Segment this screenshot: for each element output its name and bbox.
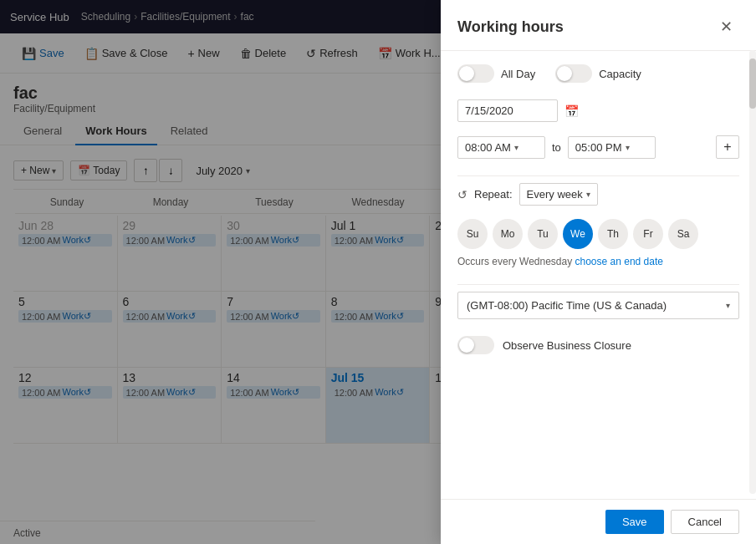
time-row: 08:00 AM ▾ to 05:00 PM ▾ + [457,135,739,159]
timezone-text: (GMT-08:00) Pacific Time (US & Canada) [467,299,667,312]
all-day-knob [459,66,474,81]
repeat-frequency-select[interactable]: Every week ▾ [519,183,598,206]
occurs-text: Occurs every Wednesday choose an end dat… [457,256,739,267]
toggle-row: All Day Capacity [457,64,739,83]
day-pill-tu[interactable]: Tu [528,219,558,249]
scroll-bar[interactable] [749,50,756,494]
to-label: to [552,141,561,154]
day-pill-su[interactable]: Su [457,219,488,249]
capacity-knob [557,66,572,81]
day-pill-th[interactable]: Th [598,219,628,249]
modal-header: Working hours ✕ [441,0,756,51]
modal-title: Working hours [457,18,564,36]
capacity-label: Capacity [599,68,641,80]
repeat-row: ↺ Repeat: Every week ▾ [457,183,739,206]
business-closure-row: Observe Business Closure [457,336,739,354]
modal-footer: Save Cancel [441,499,756,544]
day-pill-fr[interactable]: Fr [633,219,663,249]
divider-1 [457,175,739,176]
business-closure-label: Observe Business Closure [503,339,631,352]
repeat-icon: ↺ [457,188,467,201]
end-time-chevron-icon: ▾ [626,143,630,152]
modal-close-button[interactable]: ✕ [713,13,739,40]
repeat-chevron-icon: ▾ [586,190,590,199]
day-pills: Su Mo Tu We Th Fr Sa [457,219,739,249]
repeat-label: Repeat: [474,188,513,201]
calendar-picker-icon[interactable]: 📅 [564,104,579,118]
end-time-select[interactable]: 05:00 PM ▾ [568,136,656,159]
date-input[interactable] [457,99,558,122]
business-closure-knob [459,338,474,353]
modal-body: All Day Capacity 📅 08:00 AM ▾ to 05:00 P… [441,51,756,499]
capacity-toggle-item: Capacity [555,64,641,83]
modal-save-button[interactable]: Save [605,510,664,534]
all-day-toggle-item: All Day [457,64,535,83]
day-pill-mo[interactable]: Mo [493,219,523,249]
day-pill-sa[interactable]: Sa [668,219,698,249]
add-time-button[interactable]: + [716,135,739,159]
working-hours-panel: Working hours ✕ All Day Capacity 📅 [441,0,756,544]
start-time-chevron-icon: ▾ [514,143,518,152]
date-field-row: 📅 [457,99,739,122]
start-time-select[interactable]: 08:00 AM ▾ [457,136,545,159]
capacity-toggle[interactable] [555,64,592,83]
all-day-label: All Day [501,68,535,80]
modal-cancel-button[interactable]: Cancel [671,510,739,534]
day-pill-we[interactable]: We [563,219,593,249]
scroll-thumb [749,58,756,109]
business-closure-toggle[interactable] [457,336,494,354]
timezone-chevron-icon: ▾ [726,301,730,310]
all-day-toggle[interactable] [457,64,494,83]
divider-2 [457,284,739,285]
choose-end-date-link[interactable]: choose an end date [575,256,663,267]
timezone-selector[interactable]: (GMT-08:00) Pacific Time (US & Canada) ▾ [457,292,739,319]
